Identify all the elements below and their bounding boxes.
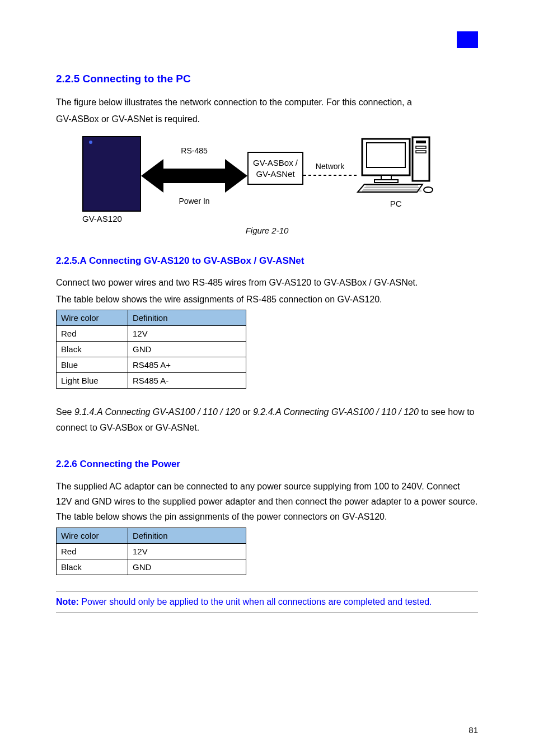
- sub-a-p2: The table below shows the wire assignmen…: [56, 292, 478, 307]
- svg-rect-3: [367, 143, 405, 167]
- wire-table-a: Wire color Definition Red 12V Black GND …: [56, 310, 246, 389]
- cell: GND: [128, 559, 246, 575]
- table-row: Red 12V: [57, 326, 246, 342]
- cell: 12V: [128, 544, 246, 559]
- pc-caption: PC: [390, 199, 402, 208]
- note-text: Power should only be applied to the unit…: [79, 597, 432, 606]
- cell: Red: [57, 544, 128, 559]
- arrow-column: RS-485 Power In: [141, 136, 247, 206]
- table-header-row: Wire color Definition: [57, 528, 246, 544]
- page-number: 81: [469, 725, 478, 735]
- svg-marker-0: [141, 159, 247, 193]
- table-row: Red 12V: [57, 544, 246, 559]
- see-ref-2: 9.2.4.A Connecting GV-AS100 / 110 / 120: [253, 407, 419, 417]
- section-title: 2.2.5 Connecting to the PC: [56, 73, 478, 85]
- see-ref-1: 9.1.4.A Connecting GV-AS100 / 110 / 120: [74, 407, 240, 417]
- network-label: Network: [316, 162, 344, 171]
- svg-point-15: [424, 187, 433, 193]
- network-column: Network: [303, 136, 357, 178]
- th-definition: Definition: [128, 528, 246, 544]
- diagram-row: GV-AS120 RS-485 Power In GV-ASBox / GV-A…: [82, 136, 452, 223]
- note-block: Note: Power should only be applied to th…: [56, 591, 478, 613]
- power-in-label: Power In: [179, 197, 209, 206]
- sub-a-p1: Connect two power wires and two RS-485 w…: [56, 276, 478, 290]
- double-arrow-icon: [141, 156, 247, 195]
- mid-box-line1: GV-ASBox /: [253, 158, 298, 167]
- device-column: GV-AS120: [82, 136, 141, 223]
- table-row: Blue RS485 A+: [57, 357, 246, 373]
- rs485-label: RS-485: [181, 146, 207, 155]
- wire-table-b: Wire color Definition Red 12V Black GND: [56, 528, 246, 575]
- chapter-number: 2: [449, 31, 456, 46]
- cell: Light Blue: [57, 373, 128, 389]
- pc-icon: [357, 136, 435, 198]
- cell: Black: [57, 559, 128, 575]
- svg-rect-7: [416, 141, 426, 143]
- device-caption: GV-AS120: [82, 214, 141, 223]
- see-paragraph: See 9.1.4.A Connecting GV-AS100 / 110 / …: [56, 404, 478, 435]
- note-label: Note:: [56, 597, 79, 606]
- mid-box-line2: GV-ASNet: [256, 169, 294, 179]
- chapter-color-box: [457, 31, 478, 48]
- sub-b-p1: The supplied AC adaptor can be connected…: [56, 479, 478, 525]
- svg-rect-5: [374, 180, 398, 183]
- connection-diagram: GV-AS120 RS-485 Power In GV-ASBox / GV-A…: [82, 136, 452, 235]
- pc-column: PC: [357, 136, 435, 208]
- cell: Red: [57, 326, 128, 342]
- cell: RS485 A+: [128, 357, 246, 373]
- table-row: Light Blue RS485 A-: [57, 373, 246, 389]
- svg-rect-9: [416, 151, 426, 153]
- device-box: [82, 136, 141, 212]
- th-wire-color: Wire color: [57, 528, 128, 544]
- diagram-container: GV-AS120 RS-485 Power In GV-ASBox / GV-A…: [56, 136, 478, 235]
- th-wire-color: Wire color: [57, 310, 128, 326]
- svg-rect-8: [416, 146, 426, 148]
- subsection-a-title: 2.2.5.A Connecting GV-AS120 to GV-ASBox …: [56, 255, 478, 267]
- dashed-line-icon: [303, 173, 357, 178]
- table-row: Black GND: [57, 342, 246, 357]
- cell: GND: [128, 342, 246, 357]
- intro-line-2: GV-ASBox or GV-ASNet is required.: [56, 112, 478, 127]
- see-pre: See: [56, 407, 74, 417]
- table-row: Black GND: [57, 559, 246, 575]
- page: 2 2.2.5 Connecting to the PC The figure …: [0, 0, 534, 756]
- cell: RS485 A-: [128, 373, 246, 389]
- svg-rect-4: [381, 175, 391, 180]
- cell: 12V: [128, 326, 246, 342]
- subsection-b-title: 2.2.6 Connecting the Power: [56, 459, 478, 470]
- see-mid: or: [240, 407, 253, 417]
- cell: Black: [57, 342, 128, 357]
- intro-line-1: The figure below illustrates the network…: [56, 95, 478, 110]
- cell: Blue: [57, 357, 128, 373]
- table-header-row: Wire color Definition: [57, 310, 246, 326]
- middle-box-column: GV-ASBox / GV-ASNet: [247, 136, 303, 185]
- asbox-asnet-box: GV-ASBox / GV-ASNet: [247, 152, 303, 185]
- th-definition: Definition: [128, 310, 246, 326]
- figure-label: Figure 2-10: [82, 226, 452, 235]
- svg-rect-6: [413, 137, 429, 181]
